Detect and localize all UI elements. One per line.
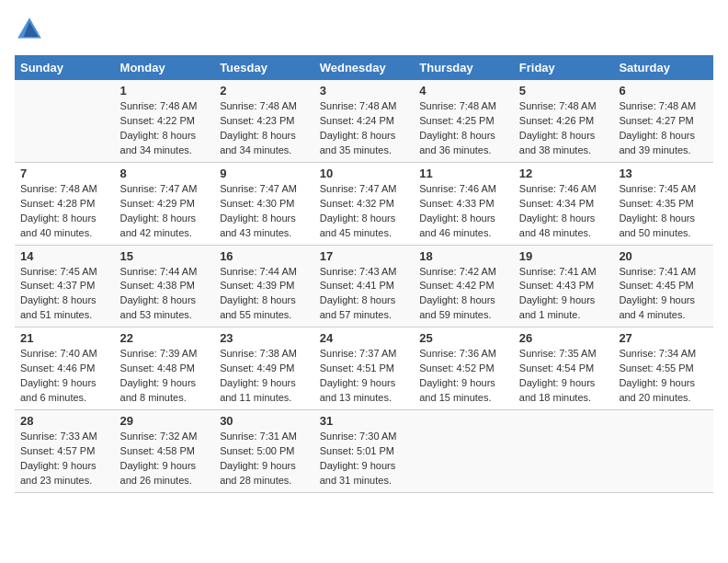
sunset-line: Sunset: 4:22 PM <box>120 114 210 129</box>
daylight-line: Daylight: 8 hours <box>20 293 109 308</box>
sunset-line: Sunset: 4:34 PM <box>519 197 609 212</box>
daylight-line: Daylight: 8 hours <box>320 293 409 308</box>
day-cell: 30Sunrise: 7:31 AMSunset: 5:00 PMDayligh… <box>214 410 314 493</box>
day-cell: 18Sunrise: 7:42 AMSunset: 4:42 PMDayligh… <box>414 245 514 327</box>
sunset-line: Sunset: 4:38 PM <box>120 279 210 293</box>
day-cell: 31Sunrise: 7:30 AMSunset: 5:01 PMDayligh… <box>314 410 415 493</box>
sunrise-line: Sunrise: 7:48 AM <box>220 99 309 114</box>
logo-icon <box>15 15 44 44</box>
daylight-line: Daylight: 9 hours <box>320 376 409 391</box>
sunrise-line: Sunrise: 7:46 AM <box>419 182 508 197</box>
daylight-line: Daylight: 8 hours <box>120 129 210 144</box>
day-content: Sunrise: 7:44 AMSunset: 4:39 PMDaylight:… <box>220 265 309 324</box>
day-cell: 13Sunrise: 7:45 AMSunset: 4:35 PMDayligh… <box>613 162 713 245</box>
sunset-line: Sunset: 4:37 PM <box>20 279 109 293</box>
day-number: 17 <box>320 249 409 263</box>
day-content: Sunrise: 7:30 AMSunset: 5:01 PMDaylight:… <box>320 430 409 488</box>
sunrise-line: Sunrise: 7:41 AM <box>619 265 708 280</box>
day-number: 21 <box>20 331 109 345</box>
daylight-line: Daylight: 8 hours <box>120 293 210 308</box>
sunrise-line: Sunrise: 7:35 AM <box>519 347 609 362</box>
daylight-line: Daylight: 9 hours <box>120 459 210 474</box>
sunset-line: Sunset: 4:26 PM <box>519 114 609 129</box>
day-number: 31 <box>320 414 409 428</box>
day-cell: 6Sunrise: 7:48 AMSunset: 4:27 PMDaylight… <box>613 80 713 162</box>
sunrise-line: Sunrise: 7:34 AM <box>619 347 708 362</box>
sunset-line: Sunset: 5:00 PM <box>220 444 309 459</box>
sunrise-line: Sunrise: 7:48 AM <box>20 182 109 197</box>
day-cell: 3Sunrise: 7:48 AMSunset: 4:24 PMDaylight… <box>314 80 415 162</box>
sunset-line: Sunset: 4:49 PM <box>220 362 309 376</box>
sunrise-line: Sunrise: 7:36 AM <box>419 347 508 362</box>
sunrise-line: Sunrise: 7:42 AM <box>419 265 508 280</box>
sunset-line: Sunset: 4:54 PM <box>519 362 609 376</box>
day-cell: 14Sunrise: 7:45 AMSunset: 4:37 PMDayligh… <box>15 245 115 327</box>
daylight-line: Daylight: 8 hours <box>619 129 708 144</box>
day-number: 24 <box>320 331 409 345</box>
daylight-line: Daylight: 9 hours <box>320 459 409 474</box>
sunrise-line: Sunrise: 7:48 AM <box>419 99 508 114</box>
day-number: 6 <box>619 84 708 98</box>
day-content: Sunrise: 7:47 AMSunset: 4:30 PMDaylight:… <box>220 182 309 241</box>
day-number: 30 <box>220 414 309 428</box>
header-row: SundayMondayTuesdayWednesdayThursdayFrid… <box>15 55 713 80</box>
daylight-line-2: and 18 minutes. <box>519 391 609 406</box>
week-row-1: 1Sunrise: 7:48 AMSunset: 4:22 PMDaylight… <box>15 80 713 162</box>
day-content: Sunrise: 7:41 AMSunset: 4:43 PMDaylight:… <box>519 265 609 324</box>
sunrise-line: Sunrise: 7:31 AM <box>220 430 309 444</box>
daylight-line-2: and 1 minute. <box>519 308 609 323</box>
daylight-line-2: and 23 minutes. <box>20 474 109 488</box>
header-monday: Monday <box>115 55 215 80</box>
day-content: Sunrise: 7:48 AMSunset: 4:25 PMDaylight:… <box>419 99 508 158</box>
daylight-line: Daylight: 9 hours <box>619 293 708 308</box>
day-number: 22 <box>120 331 210 345</box>
sunrise-line: Sunrise: 7:40 AM <box>20 347 109 362</box>
day-number: 12 <box>519 167 609 180</box>
daylight-line-2: and 51 minutes. <box>20 308 109 323</box>
day-number: 7 <box>20 167 109 180</box>
day-number: 4 <box>419 84 508 98</box>
sunrise-line: Sunrise: 7:37 AM <box>320 347 409 362</box>
logo <box>15 15 48 44</box>
day-content: Sunrise: 7:45 AMSunset: 4:35 PMDaylight:… <box>619 182 708 241</box>
daylight-line-2: and 45 minutes. <box>320 226 409 241</box>
calendar-body: 1Sunrise: 7:48 AMSunset: 4:22 PMDaylight… <box>15 80 713 492</box>
day-number: 18 <box>419 249 508 263</box>
day-number: 3 <box>320 84 409 98</box>
sunset-line: Sunset: 4:23 PM <box>220 114 309 129</box>
day-number: 1 <box>120 84 210 98</box>
header-saturday: Saturday <box>613 55 713 80</box>
daylight-line-2: and 8 minutes. <box>120 391 210 406</box>
day-number: 11 <box>419 167 508 180</box>
sunset-line: Sunset: 4:39 PM <box>220 279 309 293</box>
sunrise-line: Sunrise: 7:48 AM <box>519 99 609 114</box>
day-number: 25 <box>419 331 508 345</box>
daylight-line: Daylight: 8 hours <box>220 129 309 144</box>
sunrise-line: Sunrise: 7:43 AM <box>320 265 409 280</box>
sunset-line: Sunset: 4:27 PM <box>619 114 708 129</box>
day-cell: 8Sunrise: 7:47 AMSunset: 4:29 PMDaylight… <box>115 162 215 245</box>
daylight-line-2: and 40 minutes. <box>20 226 109 241</box>
day-cell: 1Sunrise: 7:48 AMSunset: 4:22 PMDaylight… <box>115 80 215 162</box>
day-cell <box>414 410 514 493</box>
daylight-line-2: and 46 minutes. <box>419 226 508 241</box>
page-header <box>15 15 713 44</box>
header-friday: Friday <box>514 55 614 80</box>
day-content: Sunrise: 7:48 AMSunset: 4:22 PMDaylight:… <box>120 99 210 158</box>
week-row-3: 14Sunrise: 7:45 AMSunset: 4:37 PMDayligh… <box>15 245 713 327</box>
daylight-line-2: and 20 minutes. <box>619 391 708 406</box>
daylight-line-2: and 36 minutes. <box>419 144 508 158</box>
day-number: 26 <box>519 331 609 345</box>
day-content: Sunrise: 7:36 AMSunset: 4:52 PMDaylight:… <box>419 347 508 406</box>
sunrise-line: Sunrise: 7:47 AM <box>120 182 210 197</box>
daylight-line-2: and 28 minutes. <box>220 474 309 488</box>
day-content: Sunrise: 7:38 AMSunset: 4:49 PMDaylight:… <box>220 347 309 406</box>
day-content: Sunrise: 7:47 AMSunset: 4:32 PMDaylight:… <box>320 182 409 241</box>
day-cell: 4Sunrise: 7:48 AMSunset: 4:25 PMDaylight… <box>414 80 514 162</box>
day-content: Sunrise: 7:48 AMSunset: 4:27 PMDaylight:… <box>619 99 708 158</box>
daylight-line: Daylight: 9 hours <box>20 376 109 391</box>
day-content: Sunrise: 7:46 AMSunset: 4:34 PMDaylight:… <box>519 182 609 241</box>
daylight-line-2: and 59 minutes. <box>419 308 508 323</box>
daylight-line-2: and 43 minutes. <box>220 226 309 241</box>
day-cell: 19Sunrise: 7:41 AMSunset: 4:43 PMDayligh… <box>514 245 614 327</box>
